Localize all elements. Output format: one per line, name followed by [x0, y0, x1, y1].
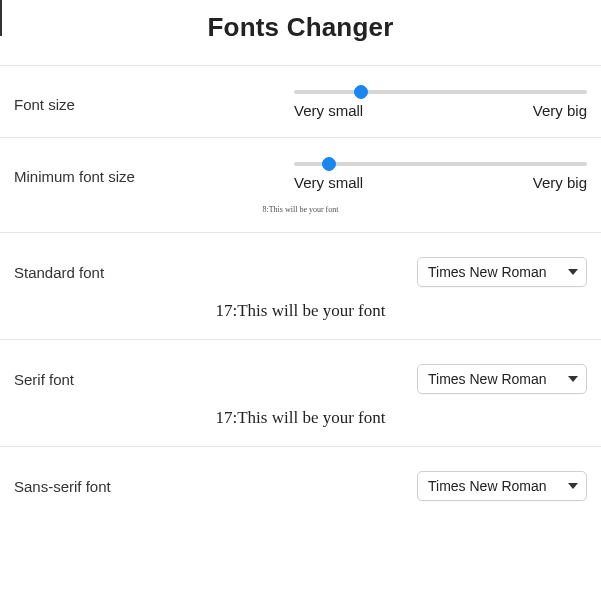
- standard-font-label: Standard font: [14, 264, 274, 281]
- min-font-size-preview: 8:This will be your font: [14, 205, 587, 214]
- standard-font-value: Times New Roman: [428, 264, 547, 280]
- min-font-size-min-label: Very small: [294, 174, 363, 191]
- standard-font-select[interactable]: Times New Roman: [417, 257, 587, 287]
- section-font-size: Font size Very small Very big: [0, 65, 601, 137]
- standard-font-preview: 17:This will be your font: [14, 301, 587, 321]
- section-min-font-size: Minimum font size Very small Very big 8:…: [0, 137, 601, 232]
- min-font-size-label: Minimum font size: [14, 168, 274, 185]
- chevron-down-icon: [568, 269, 578, 275]
- min-font-size-slider[interactable]: [294, 162, 587, 166]
- chevron-down-icon: [568, 376, 578, 382]
- serif-font-select[interactable]: Times New Roman: [417, 364, 587, 394]
- section-standard-font: Standard font Times New Roman 17:This wi…: [0, 232, 601, 339]
- font-size-slider-thumb[interactable]: [354, 85, 368, 99]
- sans-serif-font-label: Sans-serif font: [14, 478, 274, 495]
- sans-serif-font-select[interactable]: Times New Roman: [417, 471, 587, 501]
- section-serif-font: Serif font Times New Roman 17:This will …: [0, 339, 601, 446]
- font-size-label: Font size: [14, 96, 274, 113]
- min-font-size-slider-thumb[interactable]: [322, 157, 336, 171]
- serif-font-label: Serif font: [14, 371, 274, 388]
- page-title: Fonts Changer: [0, 12, 601, 43]
- serif-font-preview: 17:This will be your font: [14, 408, 587, 428]
- font-size-slider[interactable]: [294, 90, 587, 94]
- serif-font-value: Times New Roman: [428, 371, 547, 387]
- section-sans-serif-font: Sans-serif font Times New Roman: [0, 446, 601, 519]
- chevron-down-icon: [568, 483, 578, 489]
- sans-serif-font-value: Times New Roman: [428, 478, 547, 494]
- font-size-min-label: Very small: [294, 102, 363, 119]
- min-font-size-max-label: Very big: [533, 174, 587, 191]
- font-size-max-label: Very big: [533, 102, 587, 119]
